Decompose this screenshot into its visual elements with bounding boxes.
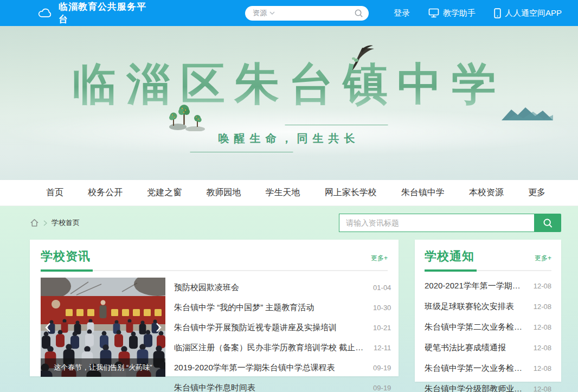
nav-item-school-resources[interactable]: 本校资源 xyxy=(469,187,504,198)
notice-item-date: 12-08 xyxy=(534,385,551,392)
smartphone-icon xyxy=(494,8,501,18)
platform-logo[interactable]: 临淄教育公共服务平台 xyxy=(37,1,149,25)
nav-item-zhutai-middle-school[interactable]: 朱台镇中学 xyxy=(401,187,445,198)
news-item-date: 12-11 xyxy=(374,344,391,352)
notice-list-item[interactable]: 班级足球联赛轮次安排表 12-08 xyxy=(425,296,551,317)
notice-list-item[interactable]: 朱台镇中学第一次业务检查的 12-08 xyxy=(425,358,551,378)
news-item-date: 01-04 xyxy=(373,284,391,292)
chevron-down-icon xyxy=(269,11,275,15)
news-more-link[interactable]: 更多+ xyxy=(371,254,388,265)
notice-item-date: 12-08 xyxy=(534,282,551,290)
notice-list-item[interactable]: 朱台镇中学第二次业务检查的 12-08 xyxy=(425,317,551,337)
news-list-item[interactable]: 预防校园欺凌班会 01-04 xyxy=(174,278,391,298)
topbar-links: 登录 教学助手 人人通空间APP xyxy=(394,8,562,18)
notice-item-date: 12-08 xyxy=(534,303,551,311)
monitor-icon xyxy=(428,8,439,18)
slogan-block: 唤醒生命，同生共长 xyxy=(215,125,363,152)
carousel-prev-button[interactable] xyxy=(43,320,53,335)
carousel-caption: 这个春节，让我们告别 “火药味” xyxy=(41,358,165,377)
notices-list: 2020-2021学年第一学期足球 12-08 班级足球联赛轮次安排表 12-0… xyxy=(425,271,551,392)
topbar: 临淄教育公共服务平台 资源 登录 教学助手 xyxy=(0,0,578,26)
nav-item-teacher-garden[interactable]: 教师园地 xyxy=(206,187,241,198)
notices-section-title: 学校通知 xyxy=(425,248,474,265)
notice-item-title: 朱台镇中学第一次业务检查的 xyxy=(425,363,526,374)
news-item-title: 临淄区注册（备案）民办非学历教育培训学校 截止2019 xyxy=(174,343,366,353)
news-item-date: 10-21 xyxy=(373,324,391,332)
info-search-bar xyxy=(339,214,561,232)
news-item-date: 09-19 xyxy=(373,364,391,372)
platform-name: 临淄教育公共服务平台 xyxy=(59,1,149,25)
notice-item-title: 硬笔书法比赛成绩通报 xyxy=(425,343,506,353)
content-area: 学校首页 学校资讯 更多+ xyxy=(0,206,578,392)
news-item-title: 朱台镇中学开展预防近视专题讲座及实操培训 xyxy=(174,323,337,333)
teaching-assistant-label: 教学助手 xyxy=(443,8,476,18)
search-category-select[interactable]: 资源 xyxy=(253,8,275,18)
notice-list-item[interactable]: 2020-2021学年第一学期足球 12-08 xyxy=(425,275,551,296)
school-name-title: 临淄区朱台镇中学 xyxy=(0,57,578,111)
news-item-date: 09-19 xyxy=(373,384,391,392)
news-list-item[interactable]: 朱台镇中学开展预防近视专题讲座及实操培训 10-21 xyxy=(174,318,391,338)
teaching-assistant-link[interactable]: 教学助手 xyxy=(428,8,476,18)
cloud-icon xyxy=(37,7,53,19)
login-link[interactable]: 登录 xyxy=(394,8,410,18)
news-list: 预防校园欺凌班会 01-04 朱台镇中学 “我的中国梦” 主题教育活动 10-3… xyxy=(174,278,391,392)
search-icon[interactable] xyxy=(354,9,363,18)
search-category-label: 资源 xyxy=(253,8,267,18)
notice-item-title: 朱台镇中学分级部教师业务展 xyxy=(425,384,526,392)
news-carousel[interactable]: 这个春节，让我们告别 “火药味” xyxy=(41,278,165,377)
news-list-item[interactable]: 2019-2020学年第一学期朱台镇中学总课程表 09-19 xyxy=(174,358,391,378)
app-label: 人人通空间APP xyxy=(505,8,562,18)
news-list-item[interactable]: 临淄区注册（备案）民办非学历教育培训学校 截止2019 12-11 xyxy=(174,338,391,358)
breadcrumb: 学校首页 xyxy=(30,218,80,228)
news-list-item[interactable]: 朱台镇中学作息时间表 09-19 xyxy=(174,378,391,392)
notices-more-link[interactable]: 更多+ xyxy=(535,254,551,265)
notice-item-title: 朱台镇中学第二次业务检查的 xyxy=(425,322,526,332)
nav-item-student-world[interactable]: 学生天地 xyxy=(266,187,300,198)
info-search-input[interactable] xyxy=(339,214,534,232)
carousel-next-button[interactable] xyxy=(153,320,163,335)
nav-item-party-building[interactable]: 党建之窗 xyxy=(147,187,182,198)
home-icon[interactable] xyxy=(30,219,39,227)
news-item-date: 10-30 xyxy=(373,304,391,312)
app-link[interactable]: 人人通空间APP xyxy=(494,8,562,18)
nav-item-more[interactable]: 更多 xyxy=(528,187,545,198)
news-item-title: 朱台镇中学 “我的中国梦” 主题教育活动 xyxy=(174,303,314,313)
breadcrumb-chevron-icon xyxy=(43,220,47,226)
page: 临淄教育公共服务平台 资源 登录 教学助手 xyxy=(0,0,578,392)
nav-item-school-affairs[interactable]: 校务公开 xyxy=(88,187,123,198)
top-search-box[interactable]: 资源 xyxy=(245,6,369,21)
notice-item-date: 12-08 xyxy=(534,364,551,372)
school-banner: 临淄区朱台镇中学 唤醒生命，同生共长 xyxy=(0,26,578,180)
notice-list-item[interactable]: 朱台镇中学分级部教师业务展 12-08 xyxy=(425,378,551,392)
notice-item-title: 班级足球联赛轮次安排表 xyxy=(425,301,514,312)
notice-list-item[interactable]: 硬笔书法比赛成绩通报 12-08 xyxy=(425,337,551,358)
main-navigation: 首页 校务公开 党建之窗 教师园地 学生天地 网上家长学校 朱台镇中学 本校资源… xyxy=(0,180,578,206)
breadcrumb-current: 学校首页 xyxy=(52,218,80,228)
slogan-text: 唤醒生命，同生共长 xyxy=(215,125,363,152)
news-section-title: 学校资讯 xyxy=(41,248,91,265)
news-item-title: 预防校园欺凌班会 xyxy=(174,282,239,293)
nav-item-online-parent-school[interactable]: 网上家长学校 xyxy=(325,187,377,198)
login-label: 登录 xyxy=(394,8,410,18)
news-list-item[interactable]: 朱台镇中学 “我的中国梦” 主题教育活动 10-30 xyxy=(174,298,391,318)
notice-item-title: 2020-2021学年第一学期足球 xyxy=(425,281,526,291)
notice-item-date: 12-08 xyxy=(534,323,551,331)
nav-item-home[interactable]: 首页 xyxy=(46,187,63,198)
school-notices-section: 学校通知 更多+ 2020-2021学年第一学期足球 12-08 班级足球联赛轮… xyxy=(415,240,561,382)
news-item-title: 2019-2020学年第一学期朱台镇中学总课程表 xyxy=(174,363,335,373)
notice-item-date: 12-08 xyxy=(534,344,551,352)
school-news-section: 学校资讯 更多+ xyxy=(30,240,399,376)
news-item-title: 朱台镇中学作息时间表 xyxy=(174,383,255,392)
info-search-button[interactable] xyxy=(534,214,561,232)
